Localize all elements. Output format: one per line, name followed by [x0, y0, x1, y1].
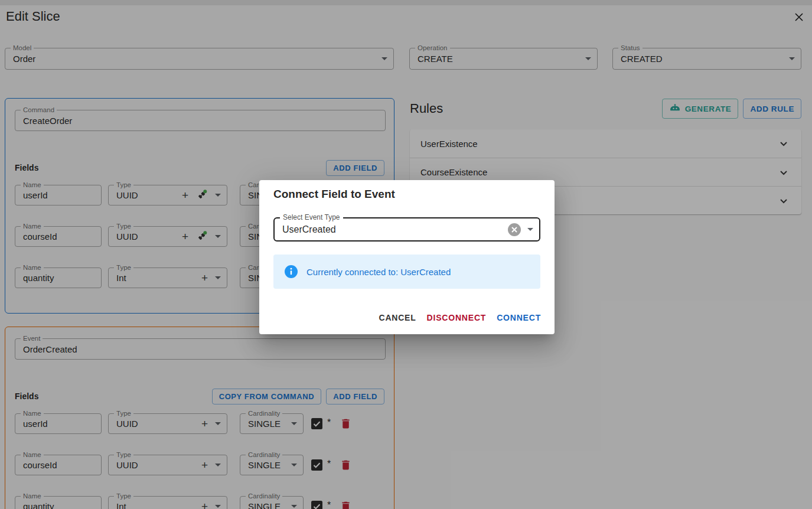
- connect-field-dialog: Connect Field to Event Select Event Type…: [259, 180, 555, 334]
- event-type-select[interactable]: Select Event Type UserCreated: [273, 217, 540, 242]
- info-alert: Currently connected to: UserCreated: [273, 255, 540, 289]
- connect-button[interactable]: CONNECT: [491, 308, 546, 327]
- dialog-title: Connect Field to Event: [273, 188, 395, 201]
- info-icon: [285, 265, 298, 278]
- cancel-button[interactable]: CANCEL: [373, 308, 421, 327]
- caret-down-icon[interactable]: [527, 228, 533, 231]
- clear-icon[interactable]: [508, 223, 521, 236]
- event-type-select-value: UserCreated: [282, 218, 336, 240]
- disconnect-button[interactable]: DISCONNECT: [422, 308, 492, 327]
- info-alert-text: Currently connected to: UserCreated: [306, 255, 451, 289]
